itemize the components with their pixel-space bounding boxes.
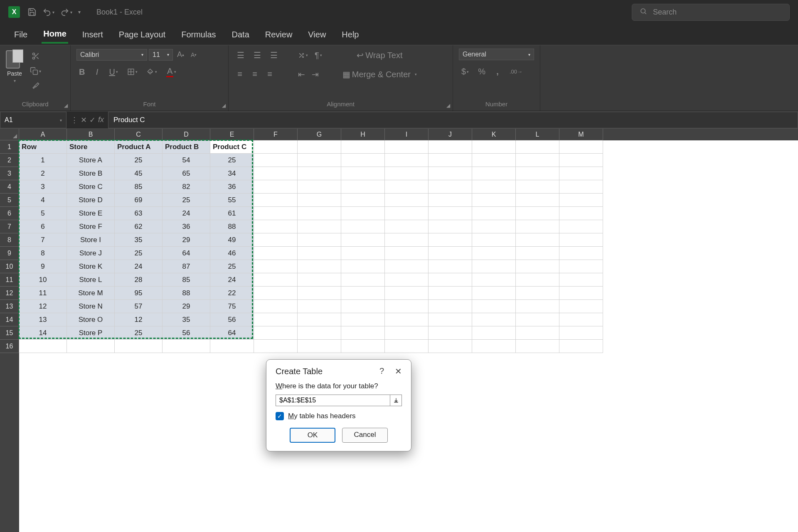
cell-D10[interactable]: 87 bbox=[163, 260, 210, 273]
cell-F2[interactable] bbox=[254, 154, 298, 167]
number-format-combo[interactable]: General▾ bbox=[459, 49, 534, 60]
cell-C7[interactable]: 62 bbox=[115, 220, 163, 233]
cell-G16[interactable] bbox=[298, 340, 341, 353]
row-header-2[interactable]: 2 bbox=[0, 154, 19, 167]
align-left-icon[interactable]: ≡ bbox=[234, 68, 245, 81]
row-header-15[interactable]: 15 bbox=[0, 326, 19, 340]
row-header-12[interactable]: 12 bbox=[0, 287, 19, 300]
cell-E10[interactable]: 25 bbox=[210, 260, 254, 273]
align-bottom-icon[interactable]: ☰ bbox=[268, 49, 280, 62]
col-header-I[interactable]: I bbox=[385, 129, 429, 140]
cell-C14[interactable]: 12 bbox=[115, 313, 163, 326]
cell-G3[interactable] bbox=[298, 167, 341, 180]
cancel-formula-icon[interactable]: ✕ bbox=[81, 115, 87, 125]
cell-J9[interactable] bbox=[429, 247, 472, 260]
percent-button[interactable]: % bbox=[475, 65, 488, 78]
cell-D7[interactable]: 36 bbox=[163, 220, 210, 233]
cell-K14[interactable] bbox=[472, 313, 516, 326]
font-size-combo[interactable]: 11▾ bbox=[149, 49, 173, 61]
cell-I6[interactable] bbox=[385, 207, 429, 220]
cell-C4[interactable]: 85 bbox=[115, 180, 163, 194]
cell-E3[interactable]: 34 bbox=[210, 167, 254, 180]
format-painter-icon[interactable] bbox=[27, 80, 44, 92]
cell-E2[interactable]: 25 bbox=[210, 154, 254, 167]
cell-F5[interactable] bbox=[254, 194, 298, 207]
cell-F4[interactable] bbox=[254, 180, 298, 194]
cell-B1[interactable]: Store bbox=[67, 140, 115, 154]
cut-icon[interactable] bbox=[27, 50, 44, 62]
name-box[interactable]: A1 ▾ bbox=[0, 112, 66, 128]
cell-L8[interactable] bbox=[516, 233, 559, 247]
cell-I13[interactable] bbox=[385, 300, 429, 313]
cell-B4[interactable]: Store C bbox=[67, 180, 115, 194]
cell-M5[interactable] bbox=[559, 194, 603, 207]
italic-button[interactable]: I bbox=[91, 66, 102, 78]
cell-D5[interactable]: 25 bbox=[163, 194, 210, 207]
cell-L4[interactable] bbox=[516, 180, 559, 194]
align-right-icon[interactable]: ≡ bbox=[264, 68, 275, 81]
search-box[interactable]: Search bbox=[632, 4, 790, 21]
col-header-A[interactable]: A bbox=[19, 129, 67, 140]
cell-H10[interactable] bbox=[341, 260, 385, 273]
cell-E9[interactable]: 46 bbox=[210, 247, 254, 260]
cell-H6[interactable] bbox=[341, 207, 385, 220]
cell-A8[interactable]: 7 bbox=[19, 233, 67, 247]
col-header-B[interactable]: B bbox=[67, 129, 115, 140]
cell-H14[interactable] bbox=[341, 313, 385, 326]
cell-D1[interactable]: Product B bbox=[163, 140, 210, 154]
cell-D9[interactable]: 64 bbox=[163, 247, 210, 260]
font-launcher-icon[interactable]: ◢ bbox=[222, 103, 226, 108]
cell-B7[interactable]: Store F bbox=[67, 220, 115, 233]
cell-I11[interactable] bbox=[385, 273, 429, 287]
cell-A2[interactable]: 1 bbox=[19, 154, 67, 167]
col-header-F[interactable]: F bbox=[254, 129, 298, 140]
cell-M14[interactable] bbox=[559, 313, 603, 326]
cell-D15[interactable]: 56 bbox=[163, 326, 210, 340]
cell-M15[interactable] bbox=[559, 326, 603, 340]
cell-E16[interactable] bbox=[210, 340, 254, 353]
cell-F10[interactable] bbox=[254, 260, 298, 273]
col-header-H[interactable]: H bbox=[341, 129, 385, 140]
redo-button[interactable]: ▾ bbox=[60, 7, 72, 17]
col-header-K[interactable]: K bbox=[472, 129, 516, 140]
merge-center-button[interactable]: ▦ Merge & Center ▾ bbox=[340, 68, 419, 81]
cell-E4[interactable]: 36 bbox=[210, 180, 254, 194]
col-header-E[interactable]: E bbox=[210, 129, 254, 140]
cell-K12[interactable] bbox=[472, 287, 516, 300]
cell-J1[interactable] bbox=[429, 140, 472, 154]
cell-H12[interactable] bbox=[341, 287, 385, 300]
cell-D13[interactable]: 29 bbox=[163, 300, 210, 313]
cell-I3[interactable] bbox=[385, 167, 429, 180]
paste-button[interactable]: Paste ▾ bbox=[6, 49, 23, 83]
tab-data[interactable]: Data bbox=[230, 27, 251, 43]
cell-F12[interactable] bbox=[254, 287, 298, 300]
cell-K8[interactable] bbox=[472, 233, 516, 247]
cell-M9[interactable] bbox=[559, 247, 603, 260]
cell-J10[interactable] bbox=[429, 260, 472, 273]
cell-A12[interactable]: 11 bbox=[19, 287, 67, 300]
cell-G9[interactable] bbox=[298, 247, 341, 260]
row-header-6[interactable]: 6 bbox=[0, 207, 19, 220]
cell-I12[interactable] bbox=[385, 287, 429, 300]
cell-D6[interactable]: 24 bbox=[163, 207, 210, 220]
alignment-launcher-icon[interactable]: ◢ bbox=[446, 103, 450, 108]
cell-M4[interactable] bbox=[559, 180, 603, 194]
cell-G14[interactable] bbox=[298, 313, 341, 326]
cell-G15[interactable] bbox=[298, 326, 341, 340]
col-header-M[interactable]: M bbox=[559, 129, 603, 140]
decrease-font-icon[interactable]: A▾ bbox=[188, 49, 199, 60]
cell-K13[interactable] bbox=[472, 300, 516, 313]
fx-icon[interactable]: fx bbox=[98, 115, 104, 125]
row-header-11[interactable]: 11 bbox=[0, 273, 19, 287]
cell-A7[interactable]: 6 bbox=[19, 220, 67, 233]
cell-A10[interactable]: 9 bbox=[19, 260, 67, 273]
qat-customize-icon[interactable]: ▾ bbox=[78, 9, 81, 15]
cell-J7[interactable] bbox=[429, 220, 472, 233]
fill-color-button[interactable]: ▾ bbox=[144, 66, 160, 77]
save-icon[interactable] bbox=[27, 7, 37, 17]
cell-M10[interactable] bbox=[559, 260, 603, 273]
cell-E12[interactable]: 22 bbox=[210, 287, 254, 300]
col-header-C[interactable]: C bbox=[115, 129, 163, 140]
formula-input[interactable]: Product C bbox=[108, 112, 798, 128]
cell-E1[interactable]: Product C bbox=[210, 140, 254, 154]
